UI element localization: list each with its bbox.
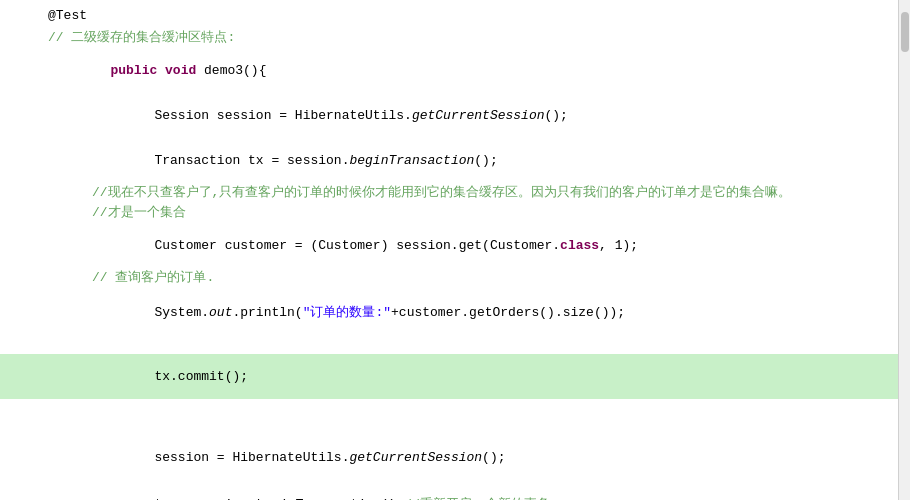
line-session2: session = HibernateUtils.getCurrentSessi… [0,435,898,480]
line-annotation: @Test [0,8,898,28]
line-comment4: // 查询客户的订单. [0,268,898,288]
line-comment3: //才是一个集合 [0,203,898,223]
line-println1: System.out.println("订单的数量:"+customer.get… [0,288,898,336]
line-empty1 [0,336,898,354]
line-tx2: tx = session.beginTransaction();//重新开启一个… [0,480,898,500]
code-area[interactable]: @Test // 二级缓存的集合缓冲区特点: public void demo3… [0,0,898,500]
line-session: Session session = HibernateUtils.getCurr… [0,93,898,138]
line-empty3 [0,417,898,435]
line-txcommit1: tx.commit(); [0,354,898,399]
scrollbar-thumb[interactable] [901,12,909,52]
scrollbar[interactable] [898,0,910,500]
editor-container: @Test // 二级缓存的集合缓冲区特点: public void demo3… [0,0,910,500]
line-empty2 [0,399,898,417]
line-comment2: //现在不只查客户了,只有查客户的订单的时候你才能用到它的集合缓存区。因为只有我… [0,183,898,203]
line-customer: Customer customer = (Customer) session.g… [0,223,898,268]
line-comment1: // 二级缓存的集合缓冲区特点: [0,28,898,48]
line-transaction: Transaction tx = session.beginTransactio… [0,138,898,183]
line-method-decl: public void demo3(){ [0,48,898,93]
